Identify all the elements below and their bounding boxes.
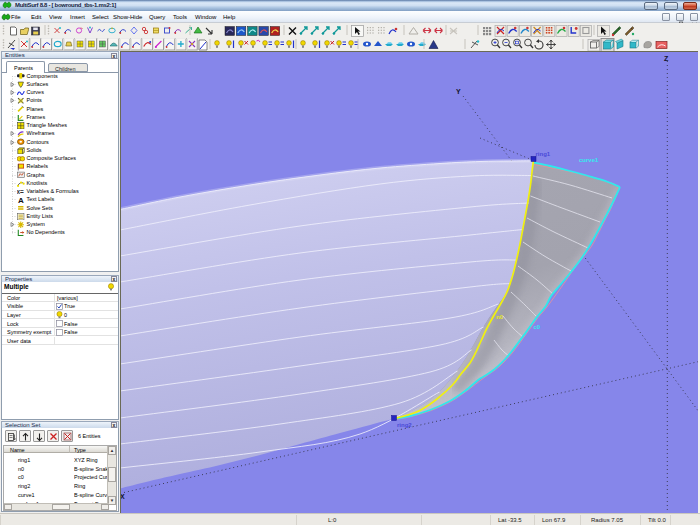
svg-text:A: A	[18, 196, 24, 204]
svg-text:ring1: ring1	[536, 151, 551, 157]
svg-text:Z: Z	[664, 55, 669, 62]
svg-text:n0: n0	[496, 314, 504, 320]
svg-text:Y: Y	[456, 88, 461, 95]
svg-text:ring2: ring2	[397, 422, 412, 428]
svg-text:curve1: curve1	[579, 157, 599, 163]
svg-text:x=: x=	[17, 188, 24, 195]
svg-text:c0: c0	[534, 324, 541, 330]
